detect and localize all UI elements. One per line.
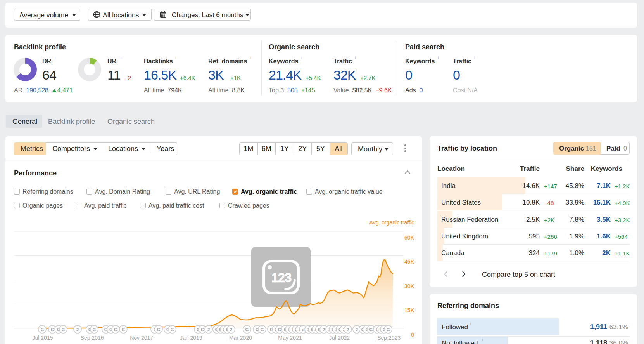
svg-text:G: G: [93, 327, 96, 332]
svg-text:Nov 2017: Nov 2017: [130, 335, 153, 341]
svg-text:2: 2: [76, 327, 79, 332]
svg-text:30K: 30K: [404, 283, 414, 289]
svg-text:2: 2: [356, 327, 358, 332]
svg-text:G: G: [261, 327, 264, 332]
svg-text:G: G: [201, 327, 204, 332]
svg-text:Avg. organic traffic: Avg. organic traffic: [369, 219, 414, 226]
svg-text:Sep 2023: Sep 2023: [377, 335, 401, 341]
svg-text:Jul 2015: Jul 2015: [33, 335, 53, 341]
svg-text:G: G: [41, 327, 44, 332]
svg-text:45K: 45K: [404, 259, 414, 265]
svg-text:2: 2: [230, 327, 232, 332]
svg-text:G: G: [122, 327, 125, 332]
svg-text:2: 2: [323, 327, 325, 332]
svg-text:G: G: [387, 327, 390, 332]
svg-text:G: G: [157, 327, 161, 332]
svg-text:0: 0: [411, 332, 414, 338]
svg-text:G: G: [114, 327, 117, 332]
svg-text:60K: 60K: [404, 235, 414, 241]
svg-text:15K: 15K: [404, 307, 414, 313]
svg-text:2: 2: [347, 327, 349, 332]
svg-text:G: G: [62, 327, 65, 332]
svg-text:G: G: [171, 327, 174, 332]
svg-text:May 2021: May 2021: [278, 335, 302, 341]
svg-text:2: 2: [207, 327, 210, 332]
svg-text:G: G: [369, 327, 373, 332]
svg-text:G: G: [278, 327, 281, 332]
svg-text:Sep 2016: Sep 2016: [81, 335, 104, 341]
svg-text:Mar 2020: Mar 2020: [229, 335, 252, 341]
svg-text:Jan 2019: Jan 2019: [180, 335, 202, 341]
svg-text:123: 123: [271, 271, 292, 285]
svg-text:G: G: [245, 327, 249, 332]
svg-text:Jul 2022: Jul 2022: [329, 335, 350, 341]
svg-text:a: a: [302, 327, 305, 332]
svg-text:G: G: [51, 327, 54, 332]
